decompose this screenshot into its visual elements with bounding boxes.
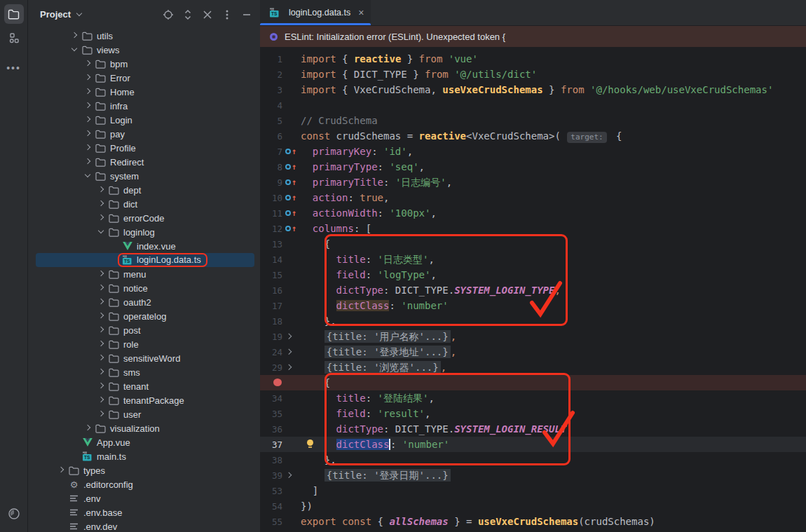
code-line-54[interactable]: 54}) [260, 498, 806, 514]
chevron-right-icon[interactable] [83, 60, 92, 68]
chevron-down-icon[interactable] [97, 228, 105, 236]
profiler-clock-icon[interactable] [4, 504, 24, 524]
tree-item-App.vue[interactable]: App.vue [29, 435, 260, 449]
code-text[interactable] [301, 97, 806, 113]
chevron-right-icon[interactable] [83, 88, 92, 96]
tree-item-errorCode[interactable]: errorCode [29, 211, 260, 225]
fold-chevron-icon[interactable] [282, 472, 301, 479]
code-line-1[interactable]: 1import { reactive } from 'vue' [260, 51, 806, 67]
tree-item-utils[interactable]: utils [29, 29, 260, 43]
locate-file-icon[interactable] [162, 8, 175, 21]
project-panel-title[interactable]: Project [40, 9, 71, 20]
code-text[interactable]: export const { allSchemas } = useVxeCrud… [301, 514, 806, 529]
chevron-right-icon[interactable] [97, 340, 105, 348]
chevron-right-icon[interactable] [83, 158, 92, 166]
chevron-right-icon[interactable] [97, 312, 105, 320]
tree-item-index.vue[interactable]: index.vue [29, 239, 260, 253]
code-line-55[interactable]: 55export const { allSchemas } = useVxeCr… [260, 514, 806, 529]
code-text[interactable]: primaryTitle: '日志编号', [301, 175, 806, 190]
tree-item-dept[interactable]: dept [29, 183, 260, 197]
tree-item-.env[interactable]: .env [29, 491, 260, 505]
tree-item-.editorconfig[interactable]: ⚙.editorconfig [29, 477, 260, 491]
project-folder-icon[interactable] [4, 4, 24, 24]
lightbulb-icon[interactable] [307, 439, 314, 446]
chevron-right-icon[interactable] [97, 270, 105, 278]
tree-item-notice[interactable]: notice [29, 281, 260, 295]
chevron-right-icon[interactable] [83, 74, 92, 82]
tree-item-infra[interactable]: infra [29, 99, 260, 113]
more-tool-windows-icon[interactable]: ••• [4, 52, 24, 71]
tree-item-operatelog[interactable]: operatelog [29, 309, 260, 323]
tree-item-loginLog.data.ts[interactable]: TSloginLog.data.ts [29, 253, 260, 267]
tree-item-dict[interactable]: dict [29, 197, 260, 211]
fold-chevron-icon[interactable] [282, 333, 301, 340]
chevron-right-icon[interactable] [83, 130, 92, 138]
code-text[interactable]: {title: '登录日期'...} [301, 468, 806, 483]
code-line-8[interactable]: 8↑primaryType: 'seq', [260, 159, 806, 175]
chevron-right-icon[interactable] [83, 144, 92, 152]
chevron-right-icon[interactable] [97, 186, 105, 194]
chevron-right-icon[interactable] [97, 396, 105, 404]
chevron-right-icon[interactable] [97, 298, 105, 306]
tree-item-.env.dev[interactable]: .env.dev [29, 519, 260, 532]
tab-loginLog-data-ts[interactable]: TS loginLog.data.ts × [260, 0, 371, 25]
fold-chevron-icon[interactable] [282, 348, 301, 355]
tree-item-menu[interactable]: menu [29, 267, 260, 281]
tree-item-Error[interactable]: Error [29, 71, 260, 85]
fold-chevron-icon[interactable] [282, 364, 301, 371]
code-text[interactable]: action: true, [301, 190, 806, 205]
override-gutter-icon[interactable]: ↑ [282, 225, 301, 232]
collapse-all-icon[interactable] [201, 8, 214, 21]
chevron-right-icon[interactable] [97, 354, 105, 362]
chevron-right-icon[interactable] [97, 382, 105, 390]
tree-item-role[interactable]: role [29, 337, 260, 351]
code-line-6[interactable]: 6const crudSchemas = reactive<VxeCrudSch… [260, 128, 806, 144]
chevron-right-icon[interactable] [83, 116, 92, 124]
structure-icon[interactable] [4, 28, 24, 48]
chevron-right-icon[interactable] [97, 326, 105, 334]
code-text[interactable]: primaryType: 'seq', [301, 159, 806, 175]
chevron-right-icon[interactable] [97, 368, 105, 376]
tree-item-.env.base[interactable]: .env.base [29, 505, 260, 519]
code-text[interactable]: ] [301, 483, 806, 498]
code-text[interactable]: import { DICT_TYPE } from '@/utils/dict' [301, 67, 806, 82]
code-line-4[interactable]: 4 [260, 97, 806, 113]
chevron-right-icon[interactable] [83, 424, 92, 432]
code-text[interactable]: }) [301, 498, 806, 514]
tree-item-visualization[interactable]: visualization [29, 421, 260, 435]
chevron-right-icon[interactable] [97, 214, 105, 222]
tree-item-system[interactable]: system [29, 169, 260, 183]
tree-item-Redirect[interactable]: Redirect [29, 155, 260, 169]
tree-item-Profile[interactable]: Profile [29, 141, 260, 155]
folded-code-chunk[interactable]: {title: '登录地址'...} [325, 346, 451, 358]
code-line-19[interactable]: 19{title: '用户名称'...}, [260, 329, 806, 344]
code-text[interactable]: import { reactive } from 'vue' [301, 51, 806, 67]
tree-item-oauth2[interactable]: oauth2 [29, 295, 260, 309]
eslint-error-banner[interactable]: ESLint: Initialization error (ESLint). U… [260, 26, 806, 47]
chevron-down-icon[interactable] [83, 172, 92, 180]
override-gutter-icon[interactable]: ↑ [282, 194, 301, 201]
tree-item-loginlog[interactable]: loginlog [29, 225, 260, 239]
tree-item-tenantPackage[interactable]: tenantPackage [29, 393, 260, 407]
tree-item-bpm[interactable]: bpm [29, 57, 260, 71]
chevron-right-icon[interactable] [97, 200, 105, 208]
tree-item-sms[interactable]: sms [29, 365, 260, 379]
chevron-right-icon[interactable] [57, 466, 65, 475]
folded-code-chunk[interactable]: {title: '浏览器'...} [325, 361, 441, 374]
code-line-5[interactable]: 5// CrudSchema [260, 113, 806, 128]
hide-panel-icon[interactable] [240, 8, 253, 21]
override-gutter-icon[interactable]: ↑ [282, 163, 301, 170]
chevron-right-icon[interactable] [83, 102, 92, 110]
tree-item-views[interactable]: views [29, 43, 260, 57]
code-text[interactable]: actionWidth: '100px', [301, 205, 806, 221]
code-text[interactable]: {title: '用户名称'...}, [301, 329, 806, 344]
tree-item-tenant[interactable]: tenant [29, 379, 260, 393]
tree-item-post[interactable]: post [29, 323, 260, 337]
code-line-11[interactable]: 11↑actionWidth: '100px', [260, 205, 806, 221]
tree-item-types[interactable]: types [29, 463, 260, 477]
override-gutter-icon[interactable]: ↑ [282, 179, 301, 186]
folded-code-chunk[interactable]: {title: '用户名称'...} [325, 330, 451, 343]
code-text[interactable]: {title: '登录地址'...}, [301, 344, 806, 360]
code-line-7[interactable]: 7↑primaryKey: 'id', [260, 144, 806, 159]
code-line-3[interactable]: 3import { VxeCrudSchema, useVxeCrudSchem… [260, 82, 806, 97]
